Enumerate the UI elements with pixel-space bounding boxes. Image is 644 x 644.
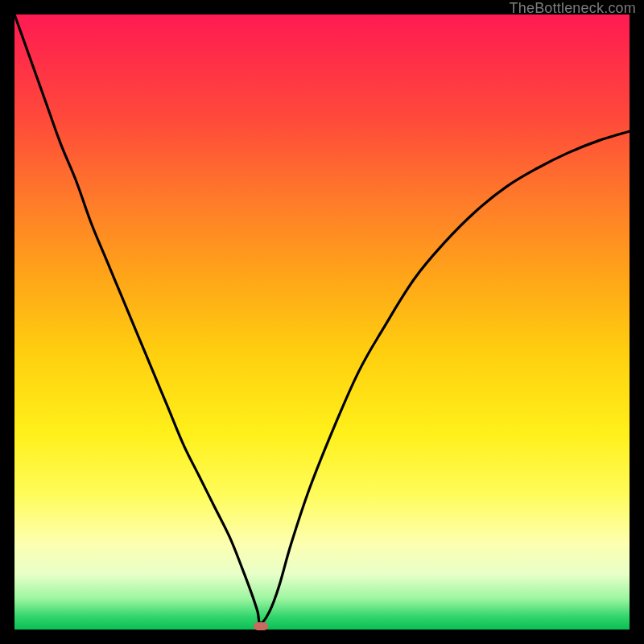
plot-area <box>14 14 630 630</box>
bottleneck-curve <box>14 14 630 630</box>
chart-stage: TheBottleneck.com <box>0 0 644 644</box>
watermark-text: TheBottleneck.com <box>510 0 636 17</box>
optimal-point-marker <box>254 622 268 630</box>
